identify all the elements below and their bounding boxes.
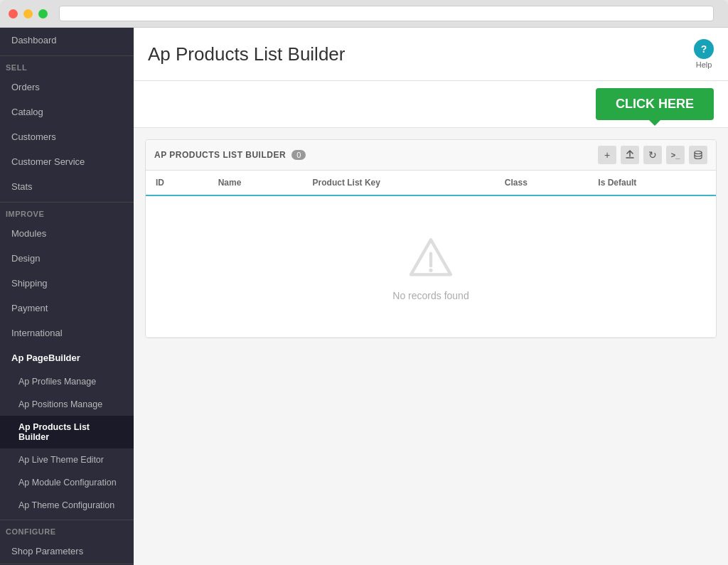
toolbar-upload-icon[interactable] bbox=[621, 146, 639, 164]
sidebar-item-payment[interactable]: Payment bbox=[0, 296, 134, 321]
warning-triangle-icon bbox=[406, 232, 456, 281]
sidebar-item-shop-parameters[interactable]: Shop Parameters bbox=[0, 539, 134, 564]
data-table: ID Name Product List Key Class Is Defaul… bbox=[146, 171, 716, 338]
sidebar-item-design[interactable]: Design bbox=[0, 246, 134, 271]
sidebar-item-modules[interactable]: Modules bbox=[0, 221, 134, 246]
click-here-container: CLICK HERE bbox=[134, 81, 728, 128]
empty-state-text: No records found bbox=[392, 290, 469, 301]
sidebar-child-ap-theme-config[interactable]: Ap Theme Configuration bbox=[0, 494, 134, 517]
page-title: Ap Products List Builder bbox=[148, 43, 345, 65]
sidebar-item-international[interactable]: International bbox=[0, 321, 134, 345]
sidebar-item-catalog[interactable]: Catalog bbox=[0, 99, 134, 124]
sidebar-child-ap-products-list-builder[interactable]: Ap Products List Builder bbox=[0, 416, 134, 448]
table-header-row: ID Name Product List Key Class Is Defaul… bbox=[146, 171, 716, 195]
click-here-button[interactable]: CLICK HERE bbox=[596, 88, 714, 120]
record-count-badge: 0 bbox=[291, 150, 306, 160]
sidebar-item-customers[interactable]: Customers bbox=[0, 124, 134, 149]
sidebar: Dashboard SELL Orders Catalog Customers … bbox=[0, 28, 134, 565]
toolbar-icons: + ↻ >_ bbox=[598, 146, 707, 164]
table-body: No records found bbox=[146, 195, 716, 338]
col-id: ID bbox=[146, 171, 208, 195]
sidebar-parent-ap-pagebuilder[interactable]: Ap PageBuilder bbox=[0, 345, 134, 370]
toolbar-refresh-icon[interactable]: ↻ bbox=[643, 146, 662, 164]
sidebar-child-ap-positions[interactable]: Ap Positions Manage bbox=[0, 393, 134, 416]
col-name: Name bbox=[208, 171, 303, 195]
page-header: Ap Products List Builder ? Help bbox=[134, 28, 728, 81]
table-section: AP PRODUCTS LIST BUILDER 0 + ↻ >_ bbox=[145, 139, 717, 338]
help-icon: ? bbox=[694, 39, 714, 59]
svg-point-2 bbox=[429, 269, 432, 272]
help-label: Help bbox=[696, 60, 712, 69]
close-button[interactable] bbox=[9, 9, 18, 18]
app-container: Dashboard SELL Orders Catalog Customers … bbox=[0, 28, 728, 565]
sidebar-section-improve: IMPROVE bbox=[0, 202, 134, 221]
table-toolbar: AP PRODUCTS LIST BUILDER 0 + ↻ >_ bbox=[146, 140, 716, 171]
sidebar-item-orders[interactable]: Orders bbox=[0, 75, 134, 99]
col-product-list-key: Product List Key bbox=[303, 171, 495, 195]
toolbar-add-icon[interactable]: + bbox=[598, 146, 616, 164]
sidebar-child-ap-live-theme[interactable]: Ap Live Theme Editor bbox=[0, 448, 134, 471]
content-area: Ap Products List Builder ? Help CLICK HE… bbox=[134, 28, 728, 565]
empty-state: No records found bbox=[156, 203, 706, 330]
empty-state-cell: No records found bbox=[146, 195, 716, 338]
table-toolbar-title: AP PRODUCTS LIST BUILDER bbox=[154, 150, 286, 160]
sidebar-child-ap-module-config[interactable]: Ap Module Configuration bbox=[0, 471, 134, 494]
empty-state-row: No records found bbox=[146, 195, 716, 338]
sidebar-item-dashboard[interactable]: Dashboard bbox=[0, 28, 134, 53]
help-button[interactable]: ? Help bbox=[694, 39, 714, 69]
sidebar-section-configure: CONFIGURE bbox=[0, 520, 134, 539]
svg-point-0 bbox=[695, 151, 702, 154]
sidebar-child-ap-profiles[interactable]: Ap Profiles Manage bbox=[0, 370, 134, 393]
col-is-default: Is Default bbox=[588, 171, 716, 195]
sidebar-section-sell: SELL bbox=[0, 55, 134, 75]
window-chrome bbox=[0, 0, 728, 28]
sidebar-item-customer-service[interactable]: Customer Service bbox=[0, 149, 134, 174]
minimize-button[interactable] bbox=[23, 9, 33, 18]
sidebar-item-shipping[interactable]: Shipping bbox=[0, 271, 134, 296]
toolbar-terminal-icon[interactable]: >_ bbox=[666, 146, 685, 164]
maximize-button[interactable] bbox=[38, 9, 48, 18]
toolbar-database-icon[interactable] bbox=[689, 146, 707, 164]
address-bar[interactable] bbox=[59, 6, 714, 21]
sidebar-item-stats[interactable]: Stats bbox=[0, 174, 134, 199]
col-class: Class bbox=[495, 171, 589, 195]
